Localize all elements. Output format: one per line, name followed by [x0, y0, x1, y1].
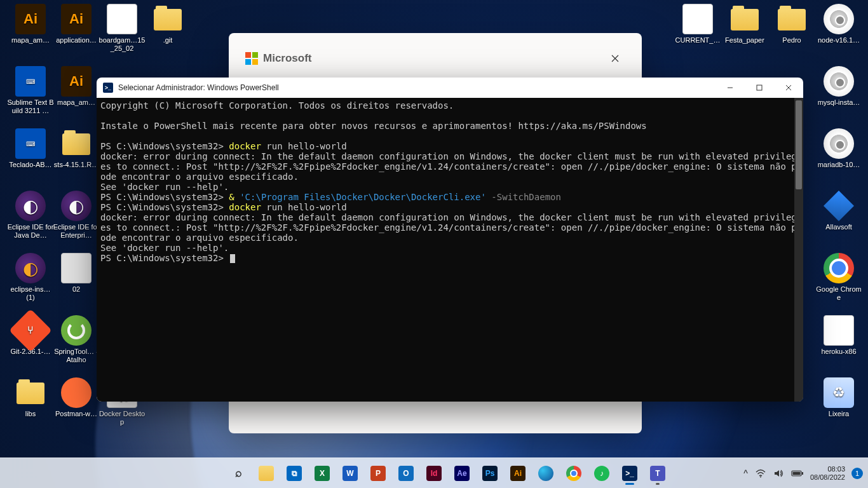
window-maximize-button[interactable] [745, 78, 774, 98]
taskbar-spotify[interactable]: ♪ [589, 461, 614, 486]
tray-volume-icon[interactable] [773, 469, 783, 478]
desktop-icon-application-[interactable]: Aiapplication… [52, 4, 100, 44]
powershell-icon: >_ [103, 83, 113, 93]
desktop-icon--git[interactable]: .git [144, 4, 192, 44]
powerpoint-icon: P [370, 466, 386, 481]
taskbar-start[interactable] [198, 461, 223, 486]
desktop-icon-label: 02 [52, 285, 100, 294]
taskbar-clock[interactable]: 08:03 08/08/2022 [810, 465, 845, 482]
kbd-icon: ⌨ [15, 66, 46, 97]
desktop-icon-mapa-am-[interactable]: Aimapa_am… [6, 4, 55, 44]
taskbar-word[interactable]: W [337, 461, 363, 486]
folder-icon [731, 9, 759, 30]
cmd-token: run hello-world [261, 202, 347, 212]
doc-icon [682, 4, 713, 34]
desktop-icon-springtool-atalho[interactable]: SpringTool… - Atalho [52, 315, 100, 364]
desktop-icon-label: Google Chrome [815, 285, 863, 302]
desktop-icon-label: .git [144, 36, 192, 44]
desktop-icon-02[interactable]: 02 [52, 253, 100, 294]
teams-icon: T [650, 466, 665, 481]
desktop-icon-mariadb-10-[interactable]: mariadb-10… [815, 128, 863, 169]
desktop-icon-sublime-text-build-3211-[interactable]: ⌨Sublime Text Build 3211 … [6, 66, 55, 115]
git-icon: ⑂ [9, 309, 52, 352]
desktop-icon-allavsoft[interactable]: Allavsoft [815, 191, 863, 231]
desktop-icon-pedro[interactable]: Pedro [768, 4, 816, 44]
desktop-icon-label: boardgam…15_25_02 [98, 36, 146, 53]
taskbar-search[interactable]: ⌕ [226, 461, 251, 486]
after-effects-icon: Ae [454, 466, 470, 481]
svg-rect-4 [792, 471, 800, 475]
taskbar-excel[interactable]: X [309, 461, 335, 486]
desktop-icon-lixeira[interactable]: Lixeira [815, 377, 863, 418]
taskbar-teams[interactable]: T [645, 461, 670, 486]
notification-badge[interactable]: 1 [851, 468, 863, 479]
window-close-button[interactable] [774, 78, 803, 98]
taskbar-indesign[interactable]: Id [421, 461, 447, 486]
spotify-icon: ♪ [594, 466, 609, 481]
prompt: PS C:\Windows\system32> [100, 141, 224, 151]
desktop-icon-label: Pedro [768, 36, 816, 44]
chrome-icon [566, 466, 581, 481]
desktop-icon-label: node-v16.1… [815, 36, 863, 44]
desktop-icon-teclado-ab-[interactable]: ⌨Teclado-AB… [6, 128, 55, 169]
clock-time: 08:03 [810, 465, 845, 473]
desktop-icon-festa-paper[interactable]: Festa_paper [721, 4, 769, 44]
window-minimize-button[interactable] [715, 78, 745, 98]
taskbar[interactable]: ⌕⧉XWPOIdAePsAi♪>_T ^ 08:03 08/08/2022 1 [0, 458, 868, 488]
window-titlebar[interactable]: >_ Selecionar Administrador: Windows Pow… [97, 78, 803, 98]
cmd-token: docker [229, 141, 261, 151]
desktop-icon-label: Eclipse IDE for Enterpri… [52, 223, 100, 240]
taskbar-chrome[interactable] [561, 461, 587, 486]
allavsoft-icon [824, 191, 854, 221]
taskbar-powershell[interactable]: >_ [617, 461, 642, 486]
terminal-scrollbar[interactable] [794, 98, 803, 402]
tray-wifi-icon[interactable] [756, 469, 766, 478]
taskbar-microsoft-store[interactable]: ⧉ [281, 461, 307, 486]
desktop-icon-label: eclipse-ins… (1) [6, 285, 55, 302]
desktop-icon-label: libs [6, 410, 55, 418]
start-icon [203, 466, 217, 480]
taskbar-photoshop[interactable]: Ps [477, 461, 503, 486]
terminal-body[interactable]: Copyright (C) Microsoft Corporation. Tod… [97, 98, 803, 402]
tray-battery-icon[interactable] [791, 470, 804, 477]
scrollbar-thumb[interactable] [796, 100, 802, 189]
desktop-icon-heroku-x86[interactable]: heroku-x86 [815, 315, 863, 356]
desktop-icon-boardgam-15-25-02[interactable]: boardgam…15_25_02 [98, 4, 146, 53]
window-title: Selecionar Administrador: Windows PowerS… [118, 83, 279, 92]
desktop-icon-git-2-36-1-[interactable]: ⑂Git-2.36.1-… [6, 315, 55, 356]
taskbar-after-effects[interactable]: Ae [449, 461, 475, 486]
desktop-icon-mysql-insta-[interactable]: mysql-insta… [815, 66, 863, 107]
desktop-icon-label: Eclipse IDE for Java De… [6, 223, 55, 240]
desktop-icon-eclipse-ide-for-enterpri-[interactable]: ◐Eclipse IDE for Enterpri… [52, 191, 100, 240]
powershell-window[interactable]: >_ Selecionar Administrador: Windows Pow… [97, 78, 803, 402]
desktop-icon-label: mapa_am… [6, 36, 55, 44]
desktop-icon-label: Postman-w… [52, 410, 100, 418]
dialog-close-button[interactable] [605, 48, 625, 69]
taskbar-powerpoint[interactable]: P [365, 461, 391, 486]
taskbar-illustrator[interactable]: Ai [505, 461, 531, 486]
taskbar-outlook[interactable]: O [393, 461, 419, 486]
desktop-icon-label: SpringTool… - Atalho [52, 348, 100, 364]
powershell-icon: >_ [622, 466, 637, 481]
excel-icon: X [315, 466, 330, 481]
desktop-icon-mapa-am-[interactable]: Aimapa_am… [52, 66, 100, 107]
desktop-icon-eclipse-ide-for-java-de-[interactable]: ◐Eclipse IDE for Java De… [6, 191, 55, 240]
desktop-icon-eclipse-ins-1-[interactable]: ◐eclipse-ins… (1) [6, 253, 55, 302]
taskbar-file-explorer[interactable] [254, 461, 279, 486]
taskbar-edge[interactable] [533, 461, 559, 486]
desktop-icon-postman-w-[interactable]: Postman-w… [52, 377, 100, 418]
desktop-icon-label: CURRENT_… [674, 36, 722, 44]
desktop-icon-google-chrome[interactable]: Google Chrome [815, 253, 863, 302]
desktop-icon-sts-4-15-1-r-[interactable]: sts-4.15.1.R… [52, 128, 100, 169]
folder-icon [778, 9, 806, 30]
word-icon: W [342, 466, 358, 481]
desktop-icon-label: mapa_am… [52, 98, 100, 107]
desktop-icon-libs[interactable]: libs [6, 377, 55, 418]
illustrator-icon: Ai [510, 466, 526, 481]
cmd-token: -SwitchDaemon [491, 192, 561, 202]
svg-rect-3 [802, 472, 803, 475]
desktop-icon-current-[interactable]: CURRENT_… [674, 4, 722, 44]
desktop-icon-node-v16-1-[interactable]: node-v16.1… [815, 4, 863, 44]
tray-chevron-up-icon[interactable]: ^ [743, 468, 748, 478]
heroku-icon [824, 315, 854, 346]
